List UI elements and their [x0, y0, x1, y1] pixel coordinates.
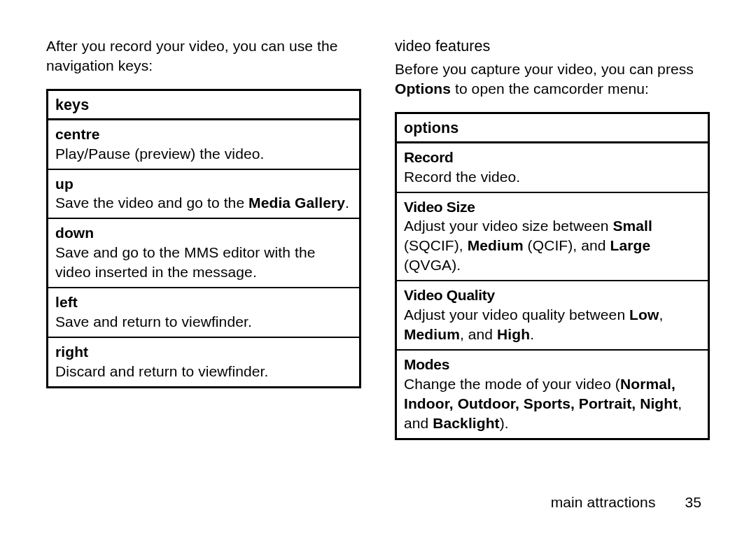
key-up: up: [55, 174, 352, 194]
key-centre: centre: [55, 125, 352, 144]
size-medium: Medium: [468, 237, 524, 253]
keys-header: keys: [48, 90, 360, 119]
table-row: Video Size Adjust your video size betwee…: [396, 192, 709, 281]
table-row: up Save the video and go to the Media Ga…: [48, 169, 360, 219]
option-video-quality: Video Quality: [404, 285, 701, 305]
key-up-desc-pre: Save the video and go to the: [55, 195, 248, 211]
key-left: left: [55, 292, 352, 312]
media-gallery-label: Media Gallery: [248, 195, 345, 211]
key-left-desc: Save and return to viewfinder.: [55, 312, 352, 332]
size-large: Large: [610, 237, 651, 253]
key-up-desc: Save the video and go to the Media Galle…: [55, 193, 352, 213]
options-header: options: [396, 113, 709, 142]
table-row: Video Quality Adjust your video quality …: [396, 281, 709, 350]
options-table: options Record Record the video. Video S…: [395, 112, 710, 440]
key-centre-desc: Play/Pause (preview) the video.: [55, 144, 352, 164]
table-row: centre Play/Pause (preview) the video.: [48, 119, 360, 169]
option-modes-desc: Change the mode of your video (Normal, I…: [404, 374, 701, 433]
key-up-desc-post: .: [345, 195, 349, 211]
table-row: right Discard and return to viewfinder.: [48, 337, 360, 387]
key-down: down: [55, 223, 352, 243]
option-video-size: Video Size: [404, 197, 701, 217]
text: (SQCIF),: [404, 237, 468, 253]
page-number: 35: [685, 494, 701, 510]
size-small: Small: [612, 218, 652, 234]
section-title: video features: [395, 36, 710, 57]
quality-high: High: [497, 326, 530, 342]
key-right-desc: Discard and return to viewfinder.: [55, 362, 352, 381]
mode-backlight: Backlight: [433, 415, 499, 431]
text: , and: [460, 326, 497, 342]
right-intro: Before you capture your video, you can p…: [395, 59, 710, 99]
page-footer: main attractions 35: [551, 494, 701, 511]
option-video-size-desc: Adjust your video size between Small (SQ…: [404, 216, 701, 275]
option-modes: Modes: [404, 355, 701, 374]
text: Adjust your video size between: [404, 218, 612, 234]
quality-low: Low: [629, 306, 659, 323]
table-row: down Save and go to the MMS editor with …: [48, 218, 360, 288]
table-row: left Save and return to viewfinder.: [48, 288, 360, 337]
key-right: right: [55, 342, 352, 362]
text: (QCIF), and: [524, 237, 610, 253]
chapter-name: main attractions: [551, 494, 656, 510]
table-row: Modes Change the mode of your video (Nor…: [396, 350, 709, 439]
option-record-desc: Record the video.: [404, 167, 701, 187]
text: (QVGA).: [404, 257, 461, 273]
left-column: After you record your video, you can use…: [46, 36, 361, 440]
right-intro-post: to open the camcorder menu:: [451, 80, 649, 97]
table-row: Record Record the video.: [396, 142, 709, 192]
option-video-quality-desc: Adjust your video quality between Low, M…: [404, 305, 701, 344]
text: ,: [659, 306, 663, 323]
text: Adjust your video quality between: [404, 306, 629, 323]
options-word: Options: [395, 80, 451, 97]
text: .: [530, 326, 534, 342]
left-intro: After you record your video, you can use…: [46, 36, 361, 76]
text: ).: [500, 415, 509, 431]
quality-medium: Medium: [404, 326, 460, 342]
right-column: video features Before you capture your v…: [395, 36, 710, 440]
option-record: Record: [404, 148, 701, 167]
text: Change the mode of your video (: [404, 376, 620, 392]
keys-table: keys centre Play/Pause (preview) the vid…: [46, 89, 361, 388]
key-down-desc: Save and go to the MMS editor with the v…: [55, 243, 352, 282]
right-intro-pre: Before you capture your video, you can p…: [395, 61, 694, 77]
